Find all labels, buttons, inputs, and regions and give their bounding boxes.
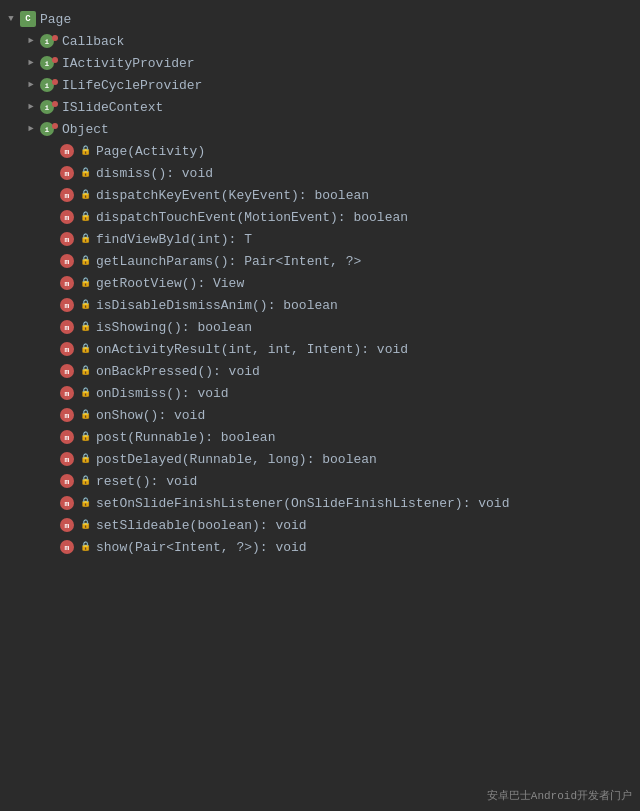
item-label: setOnSlideFinishListener(OnSlideFinishLi… <box>96 496 509 511</box>
tree-item-m12[interactable]: m🔒onDismiss(): void <box>0 382 640 404</box>
tree-item-m9[interactable]: m🔒isShowing(): boolean <box>0 316 640 338</box>
tree-item-callback[interactable]: iCallback <box>0 30 640 52</box>
item-label: findViewByld(int): T <box>96 232 252 247</box>
lock-icon: 🔒 <box>78 474 92 488</box>
lock-icon: 🔒 <box>78 452 92 466</box>
item-label: post(Runnable): boolean <box>96 430 275 445</box>
expand-arrow[interactable] <box>24 56 38 70</box>
tree-item-m2[interactable]: m🔒dismiss(): void <box>0 162 640 184</box>
method-icon: m <box>60 232 74 246</box>
expand-arrow[interactable] <box>24 122 38 136</box>
expand-arrow[interactable] <box>24 34 38 48</box>
expand-arrow[interactable] <box>44 540 58 554</box>
expand-arrow[interactable] <box>44 166 58 180</box>
lock-icon: 🔒 <box>78 276 92 290</box>
expand-arrow[interactable] <box>44 254 58 268</box>
method-icon: m <box>60 188 74 202</box>
expand-arrow[interactable] <box>4 12 18 26</box>
expand-arrow[interactable] <box>44 342 58 356</box>
expand-arrow[interactable] <box>44 210 58 224</box>
tree-item-ilifecycle[interactable]: iILifeCycleProvider <box>0 74 640 96</box>
tree-item-m14[interactable]: m🔒post(Runnable): boolean <box>0 426 640 448</box>
tree-item-iactivity[interactable]: iIActivityProvider <box>0 52 640 74</box>
item-label: getRootView(): View <box>96 276 244 291</box>
lock-icon: 🔒 <box>78 342 92 356</box>
tree-item-m4[interactable]: m🔒dispatchTouchEvent(MotionEvent): boole… <box>0 206 640 228</box>
expand-arrow[interactable] <box>44 408 58 422</box>
tree-item-m13[interactable]: m🔒onShow(): void <box>0 404 640 426</box>
tree-item-page-root[interactable]: CPage <box>0 8 640 30</box>
lock-icon: 🔒 <box>78 408 92 422</box>
tree-item-m16[interactable]: m🔒reset(): void <box>0 470 640 492</box>
expand-arrow[interactable] <box>44 364 58 378</box>
item-label: Object <box>62 122 109 137</box>
expand-arrow[interactable] <box>44 430 58 444</box>
lock-icon: 🔒 <box>78 188 92 202</box>
expand-arrow[interactable] <box>24 78 38 92</box>
tree-item-m11[interactable]: m🔒onBackPressed(): void <box>0 360 640 382</box>
tree-item-m15[interactable]: m🔒postDelayed(Runnable, long): boolean <box>0 448 640 470</box>
item-label: Page(Activity) <box>96 144 205 159</box>
item-label: Callback <box>62 34 124 49</box>
method-icon: m <box>60 452 74 466</box>
tree-container: CPageiCallbackiIActivityProvideriILifeCy… <box>0 0 640 566</box>
lock-icon: 🔒 <box>78 364 92 378</box>
tree-item-m18[interactable]: m🔒setSlideable(boolean): void <box>0 514 640 536</box>
item-label: reset(): void <box>96 474 197 489</box>
watermark-label: 安卓巴士Android开发者门户 <box>487 788 632 803</box>
method-icon: m <box>60 144 74 158</box>
interface-icon: i <box>40 100 58 114</box>
item-label: onActivityResult(int, int, Intent): void <box>96 342 408 357</box>
lock-icon: 🔒 <box>78 166 92 180</box>
method-icon: m <box>60 298 74 312</box>
expand-arrow[interactable] <box>44 298 58 312</box>
method-icon: m <box>60 210 74 224</box>
lock-icon: 🔒 <box>78 496 92 510</box>
tree-item-m17[interactable]: m🔒setOnSlideFinishListener(OnSlideFinish… <box>0 492 640 514</box>
item-label: IActivityProvider <box>62 56 195 71</box>
expand-arrow[interactable] <box>44 188 58 202</box>
lock-icon: 🔒 <box>78 232 92 246</box>
interface-icon: i <box>40 122 58 136</box>
method-icon: m <box>60 386 74 400</box>
interface-icon: i <box>40 56 58 70</box>
lock-icon: 🔒 <box>78 386 92 400</box>
tree-item-m3[interactable]: m🔒dispatchKeyEvent(KeyEvent): boolean <box>0 184 640 206</box>
lock-icon: 🔒 <box>78 430 92 444</box>
expand-arrow[interactable] <box>44 320 58 334</box>
method-icon: m <box>60 408 74 422</box>
expand-arrow[interactable] <box>44 276 58 290</box>
tree-item-m7[interactable]: m🔒getRootView(): View <box>0 272 640 294</box>
item-label: dismiss(): void <box>96 166 213 181</box>
expand-arrow[interactable] <box>44 232 58 246</box>
tree-item-islide[interactable]: iISlideContext <box>0 96 640 118</box>
expand-arrow[interactable] <box>44 518 58 532</box>
expand-arrow[interactable] <box>44 496 58 510</box>
tree-item-m19[interactable]: m🔒show(Pair<Intent, ?>): void <box>0 536 640 558</box>
lock-icon: 🔒 <box>78 210 92 224</box>
item-label: ILifeCycleProvider <box>62 78 202 93</box>
lock-icon: 🔒 <box>78 320 92 334</box>
expand-arrow[interactable] <box>44 474 58 488</box>
tree-item-m8[interactable]: m🔒isDisableDismissAnim(): boolean <box>0 294 640 316</box>
item-label: isShowing(): boolean <box>96 320 252 335</box>
interface-icon: i <box>40 78 58 92</box>
method-icon: m <box>60 276 74 290</box>
class-icon: C <box>20 11 36 27</box>
expand-arrow[interactable] <box>24 100 38 114</box>
item-label: onBackPressed(): void <box>96 364 260 379</box>
tree-item-m5[interactable]: m🔒findViewByld(int): T <box>0 228 640 250</box>
tree-item-object[interactable]: iObject <box>0 118 640 140</box>
method-icon: m <box>60 540 74 554</box>
expand-arrow[interactable] <box>44 452 58 466</box>
interface-icon: i <box>40 34 58 48</box>
tree-item-m10[interactable]: m🔒onActivityResult(int, int, Intent): vo… <box>0 338 640 360</box>
tree-item-m1[interactable]: m🔒Page(Activity) <box>0 140 640 162</box>
method-icon: m <box>60 254 74 268</box>
lock-icon: 🔒 <box>78 540 92 554</box>
expand-arrow[interactable] <box>44 144 58 158</box>
lock-icon: 🔒 <box>78 298 92 312</box>
expand-arrow[interactable] <box>44 386 58 400</box>
item-label: getLaunchParams(): Pair<Intent, ?> <box>96 254 361 269</box>
tree-item-m6[interactable]: m🔒getLaunchParams(): Pair<Intent, ?> <box>0 250 640 272</box>
